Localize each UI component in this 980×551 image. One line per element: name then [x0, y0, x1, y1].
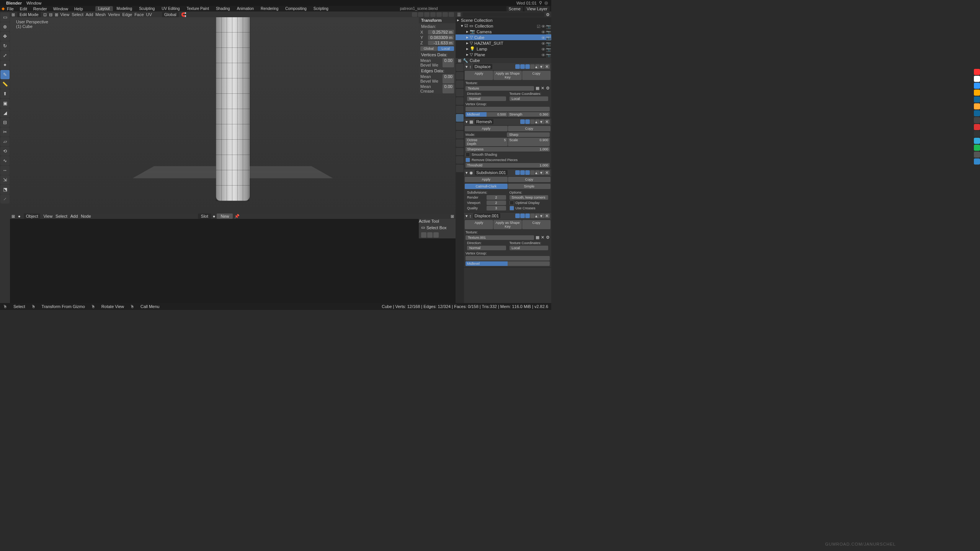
slot-select[interactable]: Slot: [198, 214, 211, 219]
show-viewport[interactable]: [520, 170, 525, 175]
sharpness-slider[interactable]: Sharpness1.000: [466, 147, 550, 152]
show-viewport[interactable]: [520, 64, 525, 69]
median-y[interactable]: 0.083309 m: [428, 35, 454, 40]
node-menu[interactable]: Node: [81, 214, 91, 218]
menu-vertex[interactable]: Vertex: [108, 12, 120, 17]
show-render[interactable]: [515, 64, 520, 69]
show-render[interactable]: [520, 119, 525, 124]
tool-rotate[interactable]: ↻: [0, 41, 10, 51]
node-overlay[interactable]: ⊞: [451, 214, 454, 219]
median-x[interactable]: 0.25792 m: [428, 30, 454, 34]
node-select[interactable]: Select: [56, 214, 67, 218]
gizmo-toggle[interactable]: [412, 12, 417, 17]
tool-shrink[interactable]: ⇲: [0, 175, 10, 184]
median-z[interactable]: -11.633 m: [428, 41, 454, 45]
btn-catmull[interactable]: Catmull-Clark: [465, 184, 508, 189]
btn-apply-shape[interactable]: Apply as Shape Key: [493, 71, 522, 80]
show-cage[interactable]: [530, 170, 535, 175]
tex-props-icon[interactable]: ⚙: [546, 235, 550, 240]
tab-viewlayer[interactable]: [456, 80, 464, 88]
tool-spin[interactable]: ⟲: [0, 147, 10, 156]
tab-scene[interactable]: [456, 89, 464, 96]
strength-slider[interactable]: Strength0.360: [508, 112, 550, 117]
btn-copy[interactable]: Copy: [508, 126, 551, 131]
edge-select-icon[interactable]: ⊟: [49, 12, 52, 17]
cb-creases[interactable]: [510, 206, 514, 210]
siri-icon[interactable]: ◎: [544, 0, 548, 5]
mode-select[interactable]: Edit Mode: [17, 12, 41, 17]
vgroup-field[interactable]: [466, 256, 550, 261]
texcoord-field[interactable]: Local: [510, 246, 549, 250]
show-cage[interactable]: [530, 214, 535, 218]
tool-inset[interactable]: ▣: [0, 99, 10, 108]
mod-name[interactable]: Displace.001: [473, 213, 501, 218]
tab-material[interactable]: [456, 156, 464, 164]
texture-field[interactable]: Texture: [466, 86, 534, 91]
show-editmode[interactable]: [525, 214, 530, 218]
outliner-search[interactable]: [462, 12, 544, 17]
tool-scale[interactable]: ⤢: [0, 51, 10, 60]
expand-icon[interactable]: ▾: [466, 64, 468, 69]
outliner-type-icon[interactable]: ☰: [457, 12, 461, 17]
move-up[interactable]: ▴: [535, 64, 540, 69]
move-down[interactable]: ▾: [540, 170, 545, 175]
show-cage[interactable]: [530, 64, 535, 69]
btn-copy[interactable]: Copy: [522, 71, 550, 80]
mat-browse-icon[interactable]: ●: [213, 214, 216, 218]
view-subdiv[interactable]: 2: [487, 201, 506, 205]
delete-mod[interactable]: ✕: [545, 170, 550, 175]
selmode-1[interactable]: [421, 232, 426, 238]
show-viewport[interactable]: [520, 214, 525, 218]
face-select-icon[interactable]: ⊞: [55, 12, 58, 17]
snap-icon[interactable]: 🧲: [181, 12, 186, 17]
outliner-lamp[interactable]: ▸ 💡Lamp👁📷: [456, 46, 551, 52]
move-down[interactable]: ▾: [540, 119, 545, 124]
search-icon[interactable]: ⚲: [539, 0, 542, 5]
tool-measure[interactable]: 📏: [0, 80, 10, 89]
menu-render[interactable]: Render: [31, 6, 49, 11]
tab-particles[interactable]: [456, 122, 464, 130]
tab-texture[interactable]: Texture Paint: [184, 6, 212, 11]
selmode-2[interactable]: [427, 232, 433, 238]
bevel-weight[interactable]: 0.00: [443, 58, 454, 67]
texture-field[interactable]: Texture.001: [466, 235, 534, 240]
menu-select[interactable]: Select: [72, 12, 83, 17]
selmode-3[interactable]: [433, 232, 439, 238]
xray-toggle[interactable]: [424, 12, 430, 17]
tab-constraints[interactable]: [456, 139, 464, 147]
remesh-mode[interactable]: Sharp: [507, 132, 550, 137]
cb-remove[interactable]: [466, 158, 470, 162]
menu-file[interactable]: File: [5, 6, 16, 11]
shading-matprev[interactable]: [443, 12, 448, 17]
outliner-collection[interactable]: ▾ ☑ ▭Collection☑👁📷: [456, 23, 551, 29]
tab-physics[interactable]: [456, 131, 464, 139]
btn-apply[interactable]: Apply: [465, 177, 508, 182]
midlevel-slider[interactable]: Midlevel: [466, 261, 550, 266]
tab-data[interactable]: [456, 148, 464, 155]
mat-new[interactable]: New: [217, 214, 233, 219]
menu-face[interactable]: Face: [134, 12, 144, 17]
uv-smooth[interactable]: Smooth, keep corners: [510, 195, 549, 200]
tool-knife[interactable]: ✂: [0, 127, 10, 137]
tex-unlink-icon[interactable]: ✕: [541, 86, 544, 91]
tex-new-icon[interactable]: ▦: [536, 235, 539, 240]
menu-window[interactable]: Window: [26, 1, 41, 5]
btn-apply[interactable]: Apply: [465, 126, 508, 131]
tool-transform[interactable]: ✦: [0, 60, 10, 70]
menu-help[interactable]: Help: [72, 6, 85, 11]
outliner-camera[interactable]: ▸ 📷Camera👁📷: [456, 29, 551, 34]
tex-new-icon[interactable]: ▦: [536, 86, 539, 91]
viewport-3d[interactable]: User Perspective (1) Cube Transform Medi…: [10, 17, 456, 214]
tab-world[interactable]: [456, 97, 464, 105]
move-down[interactable]: ▾: [540, 64, 545, 69]
delete-mod[interactable]: ✕: [545, 64, 550, 69]
tool-slide[interactable]: ↔: [0, 166, 10, 175]
tool-shear[interactable]: ⬔: [0, 185, 10, 194]
editor-type-icon[interactable]: ⊞: [11, 12, 15, 17]
tab-animation[interactable]: Animation: [234, 6, 257, 11]
tex-unlink-icon[interactable]: ✕: [541, 235, 544, 240]
show-render[interactable]: [515, 214, 520, 218]
btn-simple[interactable]: Simple: [508, 184, 551, 189]
menu-edit[interactable]: Edit: [18, 6, 29, 11]
tool-annotate[interactable]: ✎: [0, 70, 10, 79]
